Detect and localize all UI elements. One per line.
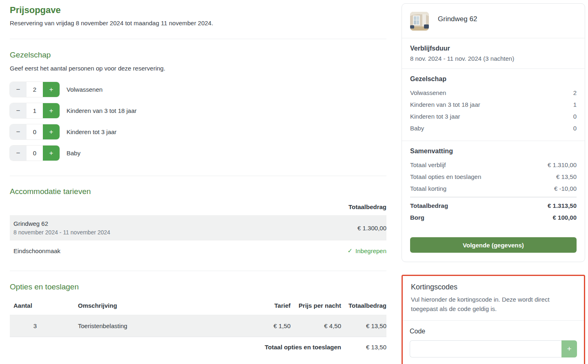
stepper-row-baby: − 0 + Baby: [10, 146, 386, 161]
page-title: Prijsopgave: [10, 5, 386, 15]
property-photo: [410, 12, 429, 31]
plus-icon: +: [49, 107, 53, 115]
next-button[interactable]: Volgende (gegevens): [410, 237, 577, 253]
summary-row: Totaal opties en toeslagen € 13,50: [410, 171, 577, 183]
samenvatting-section: Samenvatting Totaal verblijf € 1.310,00 …: [402, 141, 585, 230]
column-header: Aantal: [13, 302, 39, 309]
table-row: Grindweg 62 8 november 2024 - 11 novembe…: [10, 215, 386, 240]
stepper-baby: − 0 +: [10, 146, 60, 161]
option-price-per-night: € 4,50: [291, 322, 341, 329]
opties-table-footer: Totaal opties en toeslagen € 13,50: [10, 344, 386, 351]
stepper-value: 1: [27, 103, 43, 118]
minus-icon: −: [16, 107, 20, 115]
minus-button[interactable]: −: [10, 124, 27, 139]
deposit-row: Borg € 100,00: [410, 212, 577, 223]
summary-label: Totaal korting: [410, 185, 446, 192]
stepper-value: 2: [27, 82, 43, 97]
accommodatie-heading: Accommodatie tarieven: [10, 187, 386, 196]
apply-code-button[interactable]: +: [561, 340, 577, 357]
divider: [10, 271, 386, 271]
stepper-row-kinderen-tot-3: − 0 + Kinderen tot 3 jaar: [10, 124, 386, 139]
kortingscodes-card: Kortingscodes Vul hieronder de kortingsc…: [402, 275, 585, 364]
booking-summary-card: Grindweg 62 Verblijfsduur 8 nov. 2024 - …: [402, 3, 585, 262]
column-header: Omschrijving: [39, 302, 253, 309]
verblijfsduur-heading: Verblijfsduur: [410, 45, 577, 52]
samenvatting-heading: Samenvatting: [410, 148, 577, 155]
plus-icon: +: [49, 149, 53, 157]
accommodation-dates: 8 november 2024 - 11 november 2024: [13, 229, 357, 236]
fee-name: Eindschoonmaak: [13, 247, 348, 254]
person-type-count: 2: [573, 89, 577, 96]
main-content: Prijsopgave Reservering van vrijdag 8 no…: [10, 0, 386, 351]
gezelschap-heading: Gezelschap: [10, 51, 386, 60]
stepper-row-kinderen-3-18: − 1 + Kinderen van 3 tot 18 jaar: [10, 103, 386, 118]
plus-icon: +: [49, 128, 53, 136]
option-description: Toeristenbelasting: [39, 322, 253, 329]
plus-button[interactable]: +: [43, 146, 60, 161]
stepper-row-volwassenen: − 2 + Volwassenen: [10, 82, 386, 97]
reservation-period-text: Reservering van vrijdag 8 november 2024 …: [10, 20, 386, 26]
person-type-label: Kinderen van 3 tot 18 jaar: [410, 101, 480, 108]
stepper-volwassenen: − 2 +: [10, 82, 60, 97]
summary-value: € -10,00: [554, 185, 577, 192]
table-row: Eindschoonmaak ✓ Inbegrepen: [10, 240, 386, 261]
minus-button[interactable]: −: [10, 146, 27, 161]
stepper-label: Kinderen tot 3 jaar: [67, 128, 117, 135]
stepper-kinderen-3-18: − 1 +: [10, 103, 60, 118]
minus-icon: −: [16, 128, 20, 136]
options-total-label: Totaal opties en toeslagen: [13, 344, 341, 351]
stepper-value: 0: [27, 124, 43, 139]
divider: [410, 197, 577, 197]
stepper-kinderen-tot-3: − 0 +: [10, 124, 60, 139]
kortingscodes-heading: Kortingscodes: [411, 283, 576, 291]
minus-icon: −: [16, 149, 20, 157]
summary-total-row: Totaalbedrag € 1.313,50: [410, 200, 577, 212]
minus-button[interactable]: −: [10, 103, 27, 118]
person-type-count: 0: [573, 113, 577, 120]
check-icon: ✓: [348, 247, 353, 254]
deposit-label: Borg: [410, 214, 424, 221]
plus-icon: +: [567, 344, 571, 353]
person-type-count: 0: [573, 125, 577, 132]
stepper-label: Volwassenen: [67, 86, 102, 93]
sidebar: Grindweg 62 Verblijfsduur 8 nov. 2024 - …: [402, 3, 585, 364]
accommodation-total: € 1.300,00: [357, 225, 386, 232]
total-label: Totaalbedrag: [410, 202, 448, 209]
opties-heading: Opties en toeslagen: [10, 282, 386, 291]
summary-label: Totaal verblijf: [410, 161, 446, 168]
divider: [10, 176, 386, 176]
option-total: € 13,50: [341, 322, 386, 329]
list-item: Baby 0: [410, 122, 577, 134]
plus-button[interactable]: +: [43, 124, 60, 139]
list-item: Kinderen van 3 tot 18 jaar 1: [410, 99, 577, 110]
plus-icon: +: [49, 86, 53, 94]
gezelschap-summary-section: Gezelschap Volwassenen 2 Kinderen van 3 …: [402, 68, 585, 141]
verblijfsduur-section: Verblijfsduur 8 nov. 2024 - 11 nov. 2024…: [402, 38, 585, 68]
summary-value: € 1.310,00: [548, 161, 577, 168]
person-type-count: 1: [573, 101, 577, 108]
total-value: € 1.313,50: [548, 202, 577, 209]
code-label: Code: [410, 328, 577, 335]
plus-button[interactable]: +: [43, 103, 60, 118]
deposit-value: € 100,00: [553, 214, 577, 221]
person-type-label: Baby: [410, 125, 424, 132]
accommodation-name: Grindweg 62: [13, 220, 357, 227]
summary-row: Totaal verblijf € 1.310,00: [410, 159, 577, 171]
property-name: Grindweg 62: [438, 15, 477, 23]
column-header: Tarief: [253, 302, 291, 309]
list-item: Kinderen tot 3 jaar 0: [410, 110, 577, 122]
gezelschap-intro: Geef eerst het aantal personen op voor d…: [10, 65, 386, 72]
list-item: Volwassenen 2: [410, 87, 577, 99]
accommodatie-table-header: Totaalbedrag: [10, 196, 386, 215]
code-input[interactable]: [410, 340, 561, 357]
plus-button[interactable]: +: [43, 82, 60, 97]
minus-button[interactable]: −: [10, 82, 27, 97]
divider: [10, 39, 386, 39]
gezelschap-summary-heading: Gezelschap: [410, 75, 577, 83]
stepper-value: 0: [27, 146, 43, 161]
option-rate: € 1,50: [253, 322, 291, 329]
person-steppers: − 2 + Volwassenen − 1 + Kinderen van 3 t…: [10, 82, 386, 161]
kortingscodes-description: Vul hieronder de kortingscode in. Deze w…: [411, 295, 568, 314]
opties-table-header: Aantal Omschrijving Tarief Prijs per nac…: [10, 302, 386, 315]
summary-label: Totaal opties en toeslagen: [410, 173, 481, 180]
